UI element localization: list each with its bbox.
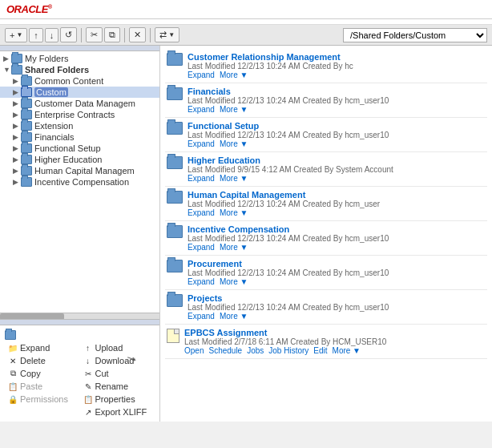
folder-tree-item[interactable]: ▶Customer Data Managem: [0, 98, 159, 109]
task-button-cut[interactable]: ✂Cut: [80, 367, 155, 380]
catalog-action[interactable]: Schedule: [208, 346, 242, 355]
tree-toggle[interactable]: ▶: [13, 144, 21, 152]
upload-toolbar-button[interactable]: ↑: [29, 28, 43, 42]
folder-tree-item[interactable]: ▶My Folders: [0, 53, 159, 64]
catalog-item-title[interactable]: Human Capital Management: [188, 190, 486, 200]
catalog-item: Incentive Compensation Last Modified 12/…: [165, 221, 487, 256]
catalog-action[interactable]: Expand: [188, 208, 215, 217]
catalog-folder-icon: [167, 156, 183, 169]
catalog-item-meta: Last Modified 12/2/13 10:24 AM Created B…: [188, 200, 486, 208]
catalog-item-title[interactable]: Financials: [188, 87, 486, 96]
catalog-item-title[interactable]: Incentive Compensation: [188, 224, 486, 234]
task-label: Cut: [95, 369, 109, 378]
catalog-action[interactable]: More ▼: [220, 174, 248, 183]
catalog-item-meta: Last Modified 12/2/13 10:24 AM Created B…: [188, 303, 486, 312]
catalog-action[interactable]: More ▼: [220, 208, 248, 217]
tree-toggle[interactable]: ▶: [13, 167, 21, 175]
task-button-properties[interactable]: 📋Properties: [80, 393, 155, 406]
folder-tree-item[interactable]: ▶Extension: [0, 120, 159, 131]
catalog-action[interactable]: More ▼: [220, 312, 248, 321]
catalog-item: Financials Last Modified 12/2/13 10:24 A…: [165, 83, 487, 118]
folder-tree-item[interactable]: ▶Incentive Compensation: [0, 176, 159, 188]
tree-toggle[interactable]: ▼: [3, 66, 11, 74]
copy-icon: ⧉: [109, 30, 115, 40]
folder-icon: [21, 177, 32, 187]
task-button-rename[interactable]: ✎Rename: [80, 380, 155, 393]
catalog-item-title[interactable]: Customer Relationship Management: [188, 52, 486, 62]
tree-toggle[interactable]: ▶: [13, 155, 21, 163]
tree-toggle[interactable]: ▶: [13, 111, 21, 119]
task-label: Permissions: [20, 394, 68, 404]
catalog-action[interactable]: Expand: [188, 243, 215, 252]
download-icon: ↓: [50, 30, 54, 40]
task-icon: ↓: [83, 357, 93, 365]
catalog-action[interactable]: Expand: [188, 312, 215, 321]
catalog-item-title[interactable]: Projects: [188, 293, 486, 303]
tree-toggle[interactable]: ▶: [13, 99, 21, 107]
new-button[interactable]: + ▼: [5, 28, 27, 42]
refresh-button[interactable]: ↺: [60, 27, 77, 42]
task-button-paste: 📋Paste: [5, 380, 80, 393]
app-header: ORACLE®: [0, 0, 492, 19]
task-button-export-xliff[interactable]: ↗Export XLIFF: [80, 406, 155, 418]
catalog-item-title[interactable]: Procurement: [188, 259, 486, 268]
location-select[interactable]: /Shared Folders/Custom: [343, 28, 487, 42]
catalog-item-title[interactable]: Functional Setup: [188, 121, 486, 131]
tree-toggle[interactable]: ▶: [13, 122, 21, 130]
horizontal-scrollbar[interactable]: [0, 313, 159, 319]
folder-icon: [11, 54, 22, 63]
catalog-action[interactable]: Expand: [188, 71, 215, 79]
catalog-action[interactable]: Expand: [188, 174, 215, 183]
catalog-action[interactable]: Job History: [268, 346, 309, 355]
tasks-folder-icon: [5, 330, 16, 340]
tree-item-label: Financials: [34, 132, 75, 142]
task-label: Paste: [20, 381, 42, 391]
task-button-upload[interactable]: ↑Upload: [80, 341, 155, 354]
tasks-current-item: [5, 329, 155, 341]
catalog-item-title[interactable]: Higher Education: [188, 155, 486, 165]
folder-tree-item[interactable]: ▶Human Capital Managem: [0, 165, 159, 176]
folder-tree-item[interactable]: ▶Enterprise Contracts: [0, 109, 159, 120]
catalog-action[interactable]: More ▼: [220, 139, 248, 148]
folder-tree-item[interactable]: ▶Financials: [0, 131, 159, 143]
catalog-action[interactable]: More ▼: [220, 243, 248, 252]
copy-toolbar-button[interactable]: ⧉: [104, 27, 120, 42]
catalog-action[interactable]: More ▼: [220, 277, 248, 286]
catalog-action[interactable]: More ▼: [333, 346, 361, 355]
folder-tree-item[interactable]: ▶Common Content: [0, 75, 159, 87]
folder-tree-item[interactable]: ▼Shared Folders: [0, 64, 159, 75]
catalog-action[interactable]: Expand: [188, 105, 215, 114]
folder-icon: [21, 110, 32, 119]
move-button[interactable]: ⇄ ▼: [155, 27, 179, 42]
catalog-folder-icon: [167, 225, 183, 238]
folder-tree-item[interactable]: ▶Functional Setup: [0, 143, 159, 154]
catalog-action[interactable]: More ▼: [220, 105, 248, 114]
task-button-download[interactable]: ↓Download: [80, 354, 155, 367]
scroll-thumb[interactable]: [0, 313, 64, 319]
plus-icon: +: [10, 30, 14, 40]
tree-toggle[interactable]: ▶: [13, 133, 21, 141]
task-button-copy[interactable]: ⧉Copy: [5, 367, 80, 380]
download-toolbar-button[interactable]: ↓: [45, 28, 59, 42]
catalog-action[interactable]: Jobs: [247, 346, 264, 355]
folder-tree-item[interactable]: ▶Higher Education: [0, 154, 159, 165]
task-icon: 📁: [8, 344, 18, 353]
catalog-action[interactable]: More ▼: [220, 71, 248, 79]
folder-tree-item[interactable]: ▶Custom: [0, 87, 159, 98]
tree-toggle[interactable]: ▶: [3, 54, 11, 63]
tree-toggle[interactable]: ▶: [13, 77, 21, 85]
catalog-item-title[interactable]: EPBCS Assignment: [184, 328, 486, 337]
delete-toolbar-button[interactable]: ✕: [129, 27, 146, 42]
page-title-bar: [0, 19, 492, 25]
catalog-item-actions: OpenScheduleJobsJob HistoryEditMore ▼: [184, 346, 486, 355]
catalog-action[interactable]: Edit: [313, 346, 327, 355]
task-button-expand[interactable]: 📁Expand: [5, 341, 80, 354]
task-button-delete[interactable]: ✕Delete: [5, 354, 80, 367]
catalog-action[interactable]: Expand: [188, 139, 215, 148]
catalog-action[interactable]: Expand: [188, 277, 215, 286]
tree-toggle[interactable]: ▶: [13, 178, 21, 186]
catalog-action[interactable]: Open: [184, 346, 204, 355]
cut-toolbar-button[interactable]: ✂: [86, 27, 103, 42]
task-label: Expand: [20, 343, 50, 353]
tree-toggle[interactable]: ▶: [13, 88, 21, 96]
